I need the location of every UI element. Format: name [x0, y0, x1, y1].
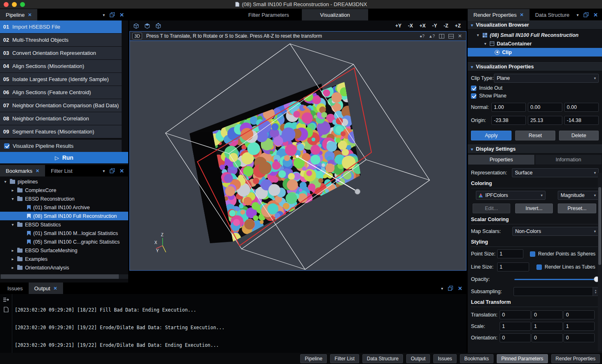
invert-colors-button[interactable]: Invert... [515, 203, 553, 213]
visualization-properties-header[interactable]: ▾ Visualization Properties [468, 62, 602, 71]
chevron-expanded-icon[interactable]: ▾ [11, 197, 15, 201]
tree-item-small-in100-full-reconstruction[interactable]: (08) Small IN100 Full Reconstruction [0, 212, 128, 220]
cube-face-icon[interactable] [144, 23, 151, 29]
chevron-expanded-icon[interactable]: ▾ [11, 222, 15, 227]
origin-y-input[interactable] [528, 116, 562, 125]
subsampling-spinbox[interactable]: ▲▼ [514, 287, 599, 296]
visibility-eye-icon[interactable] [495, 50, 500, 55]
delete-button[interactable]: Delete [559, 131, 599, 140]
render-lines-as-tubes-checkbox[interactable] [536, 265, 542, 270]
close-panel-icon[interactable]: ✕ [593, 12, 598, 18]
tab-properties[interactable]: Properties [468, 154, 535, 165]
pipeline-step-03[interactable]: 03 Convert Orientation Representation [0, 47, 122, 59]
render-viewport-3d[interactable]: Z X Y [130, 41, 466, 270]
preset-colors-button[interactable]: Preset... [558, 203, 596, 213]
close-panel-icon[interactable]: ✕ [120, 168, 124, 174]
toggle-issues-button[interactable]: Issues [433, 354, 457, 363]
tab-filter-parameters[interactable]: Filter Parameters [235, 9, 302, 20]
chevron-down-icon[interactable]: ▾ [103, 13, 105, 17]
float-panel-icon[interactable] [110, 168, 115, 173]
tree-item-crystallographic-statistics[interactable]: (05) Small IN100 C...graphic Statistics [0, 237, 128, 246]
log-file-icon[interactable] [4, 307, 9, 312]
toggle-output-button[interactable]: Output [406, 354, 430, 363]
split-vertical-icon[interactable] [439, 34, 444, 38]
tree-folder-ebsd-surfacemeshing[interactable]: ▸ EBSD SurfaceMeshing [0, 246, 128, 255]
chevron-expanded-icon[interactable]: ▾ [483, 41, 487, 46]
chevron-collapsed-icon[interactable]: ▸ [11, 248, 15, 253]
right-panel-scrollbar[interactable] [598, 173, 602, 351]
chevron-collapsed-icon[interactable]: ▸ [11, 188, 15, 192]
tree-folder-ebsd-statistics[interactable]: ▾ EBSD Statistics [0, 220, 128, 229]
pipeline-step-02[interactable]: 02 Multi-Threshold Objects [0, 34, 122, 46]
pipeline-step-01[interactable]: 01 Import H5EBSD File [0, 20, 122, 33]
float-panel-icon[interactable] [110, 12, 115, 17]
chevron-down-icon[interactable]: ▾ [441, 286, 443, 291]
camera-minus-z-button[interactable]: -Z [444, 23, 448, 29]
chevron-collapsed-icon[interactable]: ▸ [11, 265, 15, 270]
close-tab-icon[interactable]: ✕ [36, 168, 39, 174]
line-size-input[interactable] [497, 262, 529, 271]
tab-pipeline[interactable]: Pipeline ✕ [0, 9, 37, 20]
close-panel-icon[interactable]: ✕ [458, 285, 462, 292]
chevron-expanded-icon[interactable]: ▾ [3, 179, 7, 184]
tab-output[interactable]: Output ✕ [29, 283, 63, 294]
float-panel-icon[interactable] [448, 286, 453, 291]
translation-y-input[interactable] [532, 310, 563, 319]
fullscreen-window-button[interactable] [20, 2, 25, 7]
clip-type-dropdown[interactable]: Plane ▾ [494, 74, 599, 83]
toggle-data-structure-button[interactable]: Data Structure [362, 354, 403, 363]
close-tab-icon[interactable]: ✕ [54, 286, 57, 291]
tab-visualization[interactable]: Visualization [302, 9, 368, 20]
toggle-render-properties-button[interactable]: Render Properties [551, 354, 600, 363]
tab-information[interactable]: Information [535, 154, 602, 165]
tab-filter-list[interactable]: Filter List [45, 165, 78, 176]
tree-item-small-in100-archive[interactable]: (01) Small IN100 Archive [0, 203, 128, 212]
query-point-icon[interactable]: ●? [420, 34, 425, 38]
opacity-slider[interactable] [514, 279, 599, 280]
bookmarks-horizontal-scrollbar[interactable] [0, 274, 128, 279]
scale-y-input[interactable] [532, 322, 563, 331]
pipeline-step-09[interactable]: 09 Segment Features (Misorientation) [0, 125, 122, 138]
visualize-results-checkbox[interactable] [4, 143, 9, 149]
inside-out-checkbox[interactable] [471, 86, 476, 91]
tree-folder-orientationanalysis[interactable]: ▸ OrientationAnalysis [0, 263, 128, 272]
close-tab-icon[interactable]: ✕ [28, 12, 32, 18]
tab-data-structure[interactable]: Data Structure [530, 9, 575, 20]
scale-x-input[interactable] [500, 322, 531, 331]
split-horizontal-icon[interactable] [448, 34, 454, 38]
camera-minus-y-button[interactable]: -Y [432, 23, 437, 29]
tree-folder-complexcore[interactable]: ▸ ComplexCore [0, 186, 128, 194]
translation-x-input[interactable] [500, 310, 531, 319]
close-tab-icon[interactable]: ✕ [520, 12, 524, 18]
chevron-expanded-icon[interactable]: ▾ [476, 33, 480, 37]
pipeline-step-06[interactable]: 06 Align Sections (Feature Centroid) [0, 86, 122, 99]
export-log-icon[interactable] [3, 297, 9, 303]
map-scalars-dropdown[interactable]: Non-Colors ▾ [512, 227, 599, 236]
scale-z-input[interactable] [564, 322, 595, 331]
close-window-button[interactable] [4, 2, 9, 7]
cube-axes-icon[interactable] [155, 23, 162, 29]
tree-item-morphological-statistics[interactable]: (01) Small IN100 M...logical Statistics [0, 229, 128, 237]
tree-folder-pipelines[interactable]: ▾ pipelines [0, 177, 128, 186]
normal-x-input[interactable] [491, 103, 526, 112]
toggle-bookmarks-button[interactable]: Bookmarks [460, 354, 493, 363]
display-settings-header[interactable]: ▾ Display Settings [468, 145, 602, 154]
apply-button[interactable]: Apply [471, 131, 511, 140]
visualization-browser-header[interactable]: ▾ Visualization Browser [468, 20, 602, 29]
edit-colors-button[interactable]: Edit... [473, 203, 510, 213]
orientation-x-input[interactable] [500, 333, 531, 342]
show-plane-checkbox[interactable] [471, 93, 476, 99]
tree-folder-examples[interactable]: ▸ Examples [0, 255, 128, 263]
pipeline-step-08[interactable]: 08 Neighbor Orientation Correlation [0, 112, 122, 125]
chevron-collapsed-icon[interactable]: ▸ [11, 257, 15, 261]
tree-folder-ebsd-reconstruction[interactable]: ▾ EBSD Reconstruction [0, 194, 128, 203]
browser-root-item[interactable]: ▾ (08) Small IN100 Full Reconstruction [468, 31, 602, 39]
tab-bookmarks[interactable]: Bookmarks ✕ [0, 165, 45, 176]
run-pipeline-button[interactable]: ▷ Run [0, 152, 128, 163]
camera-plus-z-button[interactable]: +Z [455, 23, 461, 29]
normal-z-input[interactable] [564, 103, 599, 112]
render-points-as-spheres-checkbox[interactable] [530, 251, 535, 257]
spin-down-icon[interactable]: ▼ [595, 292, 597, 294]
close-panel-icon[interactable]: ✕ [120, 12, 124, 18]
chevron-down-icon[interactable]: ▾ [103, 169, 105, 173]
